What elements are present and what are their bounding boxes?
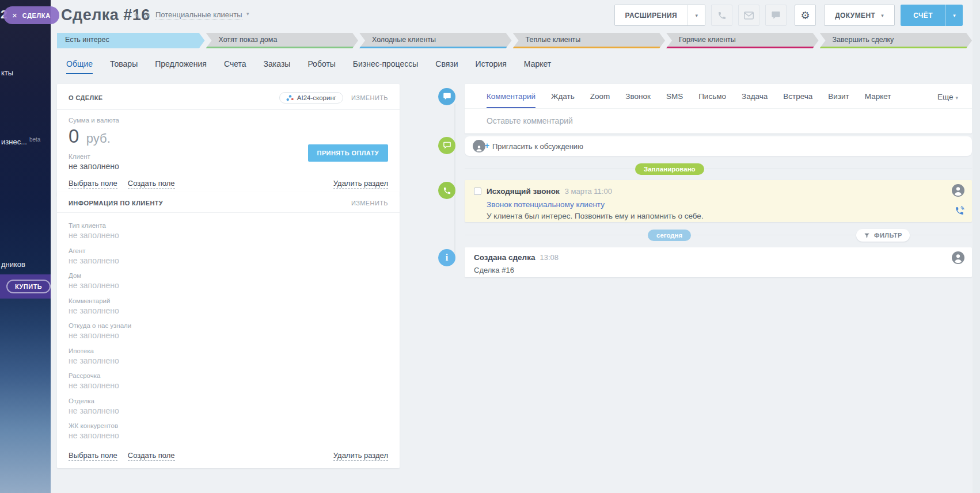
field-dom[interactable]: Дом не заполнено — [69, 272, 388, 290]
tab-tovary[interactable]: Товары — [110, 59, 138, 74]
deal-pill-label: СДЕЛКА — [22, 12, 51, 19]
tab-istoriya[interactable]: История — [476, 59, 507, 74]
stage-holodnye-klienty[interactable]: Холодные клиенты — [359, 33, 512, 48]
phone-button[interactable] — [711, 5, 732, 26]
accept-payment-button[interactable]: ПРИНЯТЬ ОПЛАТУ — [308, 144, 388, 162]
tab-obschie[interactable]: Общие — [66, 59, 93, 74]
client-card-footer: Выбрать поле Создать поле Удалить раздел — [57, 448, 400, 468]
scheduled-call-card: Исходящий звонок 3 марта 11:00 Звонок по… — [465, 180, 972, 222]
field-label: Комментарий — [69, 297, 388, 304]
call-title: Исходящий звонок — [487, 187, 560, 196]
paperclip-icon[interactable] — [144, 12, 151, 22]
extensions-chevron-down-icon[interactable]: ▾ — [687, 5, 705, 25]
scrollbar[interactable] — [973, 0, 980, 493]
tab-roboty[interactable]: Роботы — [307, 59, 335, 74]
header-toolbar: РАСШИРЕНИЯ ▾ ⚙ ДОКУМЕНТ ▾ СЧЁТ ▾ — [614, 5, 963, 26]
client-edit-link[interactable]: ИЗМЕНИТЬ — [351, 200, 388, 207]
tl-tab-zhdat[interactable]: Ждать — [551, 92, 575, 108]
deal-pill-button[interactable]: × СДЕЛКА — [3, 6, 59, 24]
stage-est-interes[interactable]: Есть интерес — [57, 33, 205, 48]
field-otkuda-uznali[interactable]: Откуда о нас узнали не заполнено — [69, 322, 388, 340]
field-label: Дом — [69, 272, 388, 279]
stage-hotyat-pokaz-doma[interactable]: Хотят показ дома — [206, 33, 359, 48]
tl-tab-zoom[interactable]: Zoom — [590, 92, 610, 108]
envelope-icon — [744, 12, 754, 20]
amount-value: 0 — [69, 125, 79, 147]
field-label: Ипотека — [69, 347, 388, 354]
start-call-icon[interactable] — [955, 206, 964, 218]
create-field-link[interactable]: Создать поле — [128, 451, 175, 461]
field-ipoteka[interactable]: Ипотека не заполнено — [69, 347, 388, 365]
invoice-chevron-down-icon[interactable]: ▾ — [945, 5, 963, 26]
field-kommentariy[interactable]: Комментарий не заполнено — [69, 297, 388, 315]
stage-zavershit-sdelku[interactable]: Завершить сделку — [820, 33, 973, 48]
tl-tab-kommentariy[interactable]: Комментарий — [487, 92, 535, 108]
call-subject-link[interactable]: Звонок потенциальному клиенту — [487, 200, 963, 209]
comment-input[interactable]: Оставьте комментарий — [465, 109, 972, 135]
tl-tab-zadacha[interactable]: Задача — [742, 92, 768, 108]
tab-scheta[interactable]: Счета — [224, 59, 246, 74]
tab-zakazy[interactable]: Заказы — [264, 59, 291, 74]
tl-tab-zvonok[interactable]: Звонок — [625, 92, 651, 108]
field-zhk-konkurentov[interactable]: ЖК конкурентов не заполнено — [69, 422, 388, 440]
today-badge: сегодня — [648, 230, 691, 241]
filter-button[interactable]: ФИЛЬТР — [856, 229, 910, 242]
deal-card-header: О СДЕЛКЕ AI24-скоринг ИЗМЕНИТЬ — [57, 84, 400, 110]
left-sidebar: 2 × СДЕЛКА кты изнес...beta дников КУПИТ… — [0, 0, 51, 493]
field-otdelka[interactable]: Отделка не заполнено — [69, 398, 388, 415]
chat-button[interactable] — [765, 5, 787, 26]
tl-tab-vizit[interactable]: Визит — [828, 92, 849, 108]
field-rassrochka[interactable]: Рассрочка не заполнено — [69, 372, 388, 390]
responsible-avatar — [952, 251, 964, 266]
gear-icon: ⚙ — [801, 9, 810, 21]
tl-tab-pismo[interactable]: Письмо — [698, 92, 726, 108]
call-complete-checkbox[interactable] — [474, 188, 481, 195]
tl-tab-vstrecha[interactable]: Встреча — [783, 92, 812, 108]
tab-market[interactable]: Маркет — [524, 59, 551, 74]
document-chevron-down-icon: ▾ — [881, 13, 884, 18]
sidebar-item-employees[interactable]: дников — [1, 260, 25, 269]
buy-button[interactable]: КУПИТЬ — [6, 280, 51, 293]
create-field-link[interactable]: Создать поле — [128, 179, 175, 189]
select-field-link[interactable]: Выбрать поле — [69, 451, 117, 461]
tab-svyazi[interactable]: Связи — [435, 59, 458, 74]
plus-icon: + — [485, 141, 489, 150]
tl-tab-sms[interactable]: SMS — [666, 92, 683, 108]
invoice-button[interactable]: СЧЁТ — [901, 5, 945, 26]
field-label: Откуда о нас узнали — [69, 322, 388, 329]
ai24-scoring-badge[interactable]: AI24-скоринг — [279, 92, 343, 104]
delete-section-link[interactable]: Удалить раздел — [333, 179, 388, 189]
settings-button[interactable]: ⚙ — [795, 5, 816, 26]
document-button-label: ДОКУМЕНТ — [835, 12, 875, 20]
tab-predlozheniya[interactable]: Предложения — [155, 59, 207, 74]
tab-biznes-processy[interactable]: Бизнес-процессы — [353, 59, 418, 74]
tl-tab-market[interactable]: Маркет — [865, 92, 891, 108]
pipeline-category-link[interactable]: Потенциальные клиенты — [155, 10, 242, 20]
beta-badge: beta — [29, 136, 40, 143]
edit-title-icon[interactable]: ✎ — [134, 12, 140, 20]
deal-edit-link[interactable]: ИЗМЕНИТЬ — [351, 94, 388, 101]
timeline-connector — [454, 104, 455, 258]
filter-label: ФИЛЬТР — [874, 232, 902, 239]
stage-goryachie-klienty[interactable]: Горячие клиенты — [666, 33, 819, 48]
tl-tab-more[interactable]: Еще▾ — [937, 93, 958, 108]
document-button[interactable]: ДОКУМЕНТ ▾ — [825, 5, 894, 25]
category-chevron-down-icon[interactable]: ▾ — [246, 11, 249, 17]
more-label: Еще — [937, 93, 953, 101]
stage-teplye-klienty[interactable]: Теплые клиенты — [513, 33, 666, 48]
close-icon[interactable]: × — [12, 11, 17, 20]
invite-to-discussion-row[interactable]: + Пригласить к обсуждению — [465, 136, 972, 156]
created-deal-name: Сделка #16 — [474, 266, 963, 274]
field-tip-klienta[interactable]: Тип клиента не заполнено — [69, 222, 388, 240]
field-agent[interactable]: Агент не заполнено — [69, 247, 388, 265]
extensions-button[interactable]: РАСШИРЕНИЯ — [615, 5, 688, 25]
email-button[interactable] — [738, 5, 759, 26]
client-card-header: ИНФОРМАЦИЯ ПО КЛИЕНТУ ИЗМЕНИТЬ — [57, 192, 400, 213]
sidebar-item-business[interactable]: изнес...beta — [1, 136, 40, 146]
client-value[interactable]: не заполнено — [69, 162, 388, 171]
field-value: не заполнено — [69, 256, 388, 265]
select-field-link[interactable]: Выбрать поле — [69, 179, 117, 189]
sidebar-item-contacts[interactable]: кты — [1, 68, 13, 77]
delete-section-link[interactable]: Удалить раздел — [333, 451, 388, 461]
info-glyph: i — [446, 253, 448, 263]
